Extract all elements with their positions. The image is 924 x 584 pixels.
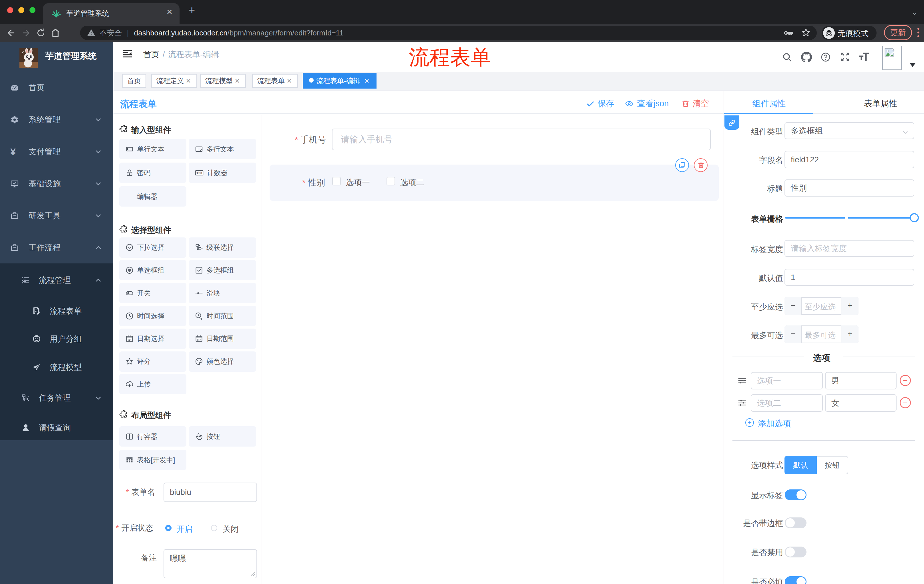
svg-text:123: 123	[196, 171, 202, 175]
